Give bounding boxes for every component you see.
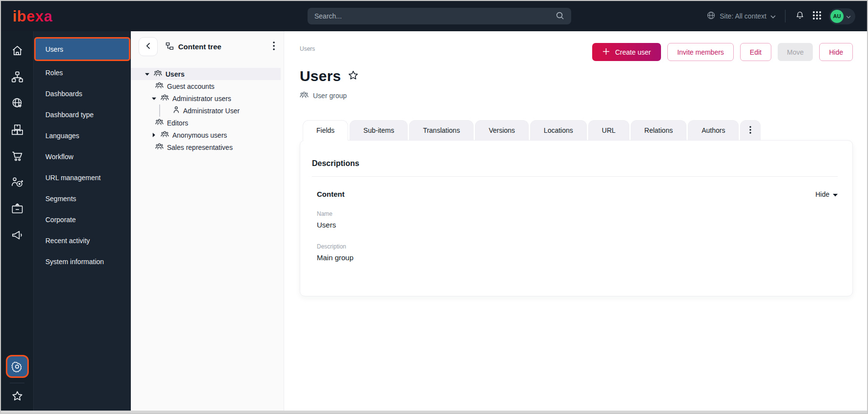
sidebar-item-workflow[interactable]: Workflow <box>36 146 129 167</box>
main-content: Users Create user Invite members Edit Mo… <box>284 31 867 411</box>
action-buttons: Create user Invite members Edit Move Hid… <box>592 43 853 61</box>
tree-node-label[interactable]: Users <box>165 70 185 78</box>
fields-card: Descriptions Content Hide Name Users Des… <box>300 140 853 296</box>
kebab-menu-icon <box>749 126 751 135</box>
bottom-edge <box>1 411 867 413</box>
caret-down-icon[interactable] <box>150 97 157 100</box>
sidebar-item-corporate[interactable]: Corporate <box>36 209 129 230</box>
tree-node-administrator-users[interactable]: Administrator users <box>131 92 281 104</box>
tree-node-label[interactable]: Editors <box>167 119 188 127</box>
tab-versions[interactable]: Versions <box>475 120 529 140</box>
ibexa-logo[interactable]: ibexa <box>13 9 53 24</box>
content-tree-list: Users Guest accounts <box>131 62 284 153</box>
content-type-badge: User group <box>300 91 853 101</box>
tree-node-label[interactable]: Administrator User <box>183 107 240 115</box>
tree-node-editors[interactable]: Editors <box>131 117 281 129</box>
hide-button[interactable]: Hide <box>819 43 853 61</box>
sidebar-item-recent-activity[interactable]: Recent activity <box>36 230 129 251</box>
globe-icon <box>706 11 716 21</box>
star-icon[interactable] <box>11 390 24 403</box>
sitemap-icon[interactable] <box>11 70 24 83</box>
tab-more[interactable] <box>740 120 761 140</box>
rail-bottom-group <box>7 356 27 403</box>
content-tree-panel: Content tree <box>131 31 284 411</box>
icon-rail <box>1 31 34 411</box>
tab-url[interactable]: URL <box>588 120 629 140</box>
user-icon <box>173 106 180 115</box>
content-tree-title-label: Content tree <box>178 42 221 51</box>
globe-cursor-icon[interactable] <box>11 97 24 110</box>
tab-locations[interactable]: Locations <box>530 120 587 140</box>
page-title: Users <box>300 68 341 84</box>
edit-button[interactable]: Edit <box>740 43 771 61</box>
sidebar-item-users[interactable]: Users <box>36 39 129 60</box>
tree-icon <box>165 42 174 52</box>
tree-node-label[interactable]: Administrator users <box>172 95 231 103</box>
tab-relations[interactable]: Relations <box>631 120 686 140</box>
notifications-bell-icon[interactable] <box>795 10 805 22</box>
content-type-label: User group <box>313 92 347 100</box>
sidebar-item-roles[interactable]: Roles <box>36 62 129 83</box>
title-row: Users <box>300 68 853 84</box>
caret-down-icon[interactable] <box>144 73 150 76</box>
home-icon[interactable] <box>11 44 24 57</box>
field-label-name: Name <box>317 210 838 217</box>
rail-divider <box>10 383 24 383</box>
global-search-input[interactable]: Search... <box>308 8 571 24</box>
tree-node-label[interactable]: Sales representatives <box>167 144 233 151</box>
content-tree-header: Content tree <box>131 31 284 62</box>
descriptions-heading: Descriptions <box>312 159 838 168</box>
tree-node-anonymous-users[interactable]: Anonymous users <box>131 129 281 141</box>
field-label-description: Description <box>317 243 838 250</box>
tab-sub-items[interactable]: Sub-items <box>350 120 408 140</box>
site-context-selector[interactable]: Site: All context <box>706 11 776 21</box>
user-group-icon <box>155 143 164 152</box>
collapse-label: Hide <box>815 190 829 198</box>
boxes-icon[interactable] <box>11 123 24 136</box>
tab-translations[interactable]: Translations <box>409 120 474 140</box>
site-context-label: Site: All context <box>720 12 766 20</box>
content-section-header: Content Hide <box>317 190 838 198</box>
chevron-left-icon <box>146 42 150 51</box>
collapse-section-toggle[interactable]: Hide <box>815 190 838 198</box>
tree-node-guest-accounts[interactable]: Guest accounts <box>131 80 281 92</box>
app-grid-icon[interactable] <box>812 11 822 22</box>
bookmark-star-icon[interactable] <box>347 69 359 83</box>
plus-icon <box>602 48 610 57</box>
user-group-icon <box>300 91 309 101</box>
ibexa-admin-window: ibexa Search... Site: All context <box>0 0 868 414</box>
megaphone-icon[interactable] <box>11 228 24 242</box>
create-user-label: Create user <box>615 48 651 56</box>
id-badge-icon[interactable] <box>11 202 24 215</box>
user-group-icon <box>161 94 169 103</box>
sidebar-item-dashboard-type[interactable]: Dashboard type <box>36 104 129 125</box>
tab-fields[interactable]: Fields <box>303 120 348 141</box>
user-group-icon <box>154 69 162 79</box>
kebab-menu-icon[interactable] <box>271 40 277 54</box>
settings-button[interactable] <box>7 356 27 376</box>
tree-node-users[interactable]: Users <box>131 68 281 80</box>
invite-members-button[interactable]: Invite members <box>667 43 734 61</box>
tree-node-label[interactable]: Anonymous users <box>172 131 227 139</box>
tab-authors[interactable]: Authors <box>688 120 739 140</box>
tree-node-label[interactable]: Guest accounts <box>167 83 214 90</box>
chevron-down-icon <box>770 12 776 20</box>
tab-strip: Fields Sub-items Translations Versions L… <box>303 120 853 140</box>
move-button[interactable]: Move <box>778 43 813 61</box>
sidebar-item-url-management[interactable]: URL management <box>36 167 129 188</box>
sidebar-item-languages[interactable]: Languages <box>36 125 129 146</box>
tree-node-sales-representatives[interactable]: Sales representatives <box>131 141 281 153</box>
sidebar-item-system-information[interactable]: System information <box>36 251 129 272</box>
collapse-tree-button[interactable] <box>139 37 158 56</box>
cart-icon[interactable] <box>11 149 24 163</box>
search-icon[interactable] <box>556 11 564 21</box>
create-user-button[interactable]: Create user <box>592 43 661 61</box>
tree-node-administrator-user[interactable]: Administrator User <box>159 104 281 117</box>
content-section-title: Content <box>317 190 345 198</box>
search-placeholder: Search... <box>314 12 342 20</box>
target-person-icon[interactable] <box>11 176 24 189</box>
caret-right-icon[interactable] <box>150 133 157 137</box>
user-menu[interactable]: AU <box>829 8 855 24</box>
sidebar-item-dashboards[interactable]: Dashboards <box>36 83 129 104</box>
sidebar-item-segments[interactable]: Segments <box>36 188 129 209</box>
